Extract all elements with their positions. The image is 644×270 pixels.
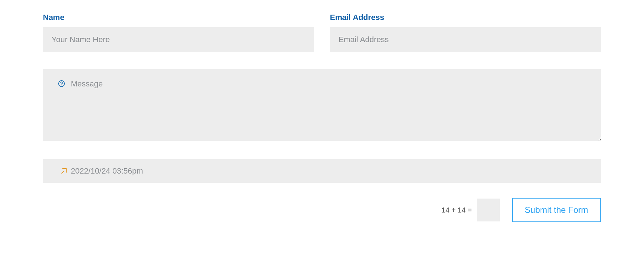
captcha-question: 14 + 14 = [441,206,472,214]
message-textarea[interactable] [43,69,601,141]
email-column: Email Address [330,13,601,52]
name-label: Name [43,13,314,22]
message-wrapper [43,69,601,142]
datetime-wrapper [43,159,601,183]
submit-row: 14 + 14 = Submit the Form [43,198,601,222]
contact-form: Name Email Address 14 + 14 = [43,13,601,222]
name-input[interactable] [43,27,314,52]
top-row: Name Email Address [43,13,601,52]
datetime-input[interactable] [43,159,601,183]
captcha-input[interactable] [477,199,500,221]
email-label: Email Address [330,13,601,22]
email-input[interactable] [330,27,601,52]
submit-button[interactable]: Submit the Form [512,198,601,222]
name-column: Name [43,13,314,52]
